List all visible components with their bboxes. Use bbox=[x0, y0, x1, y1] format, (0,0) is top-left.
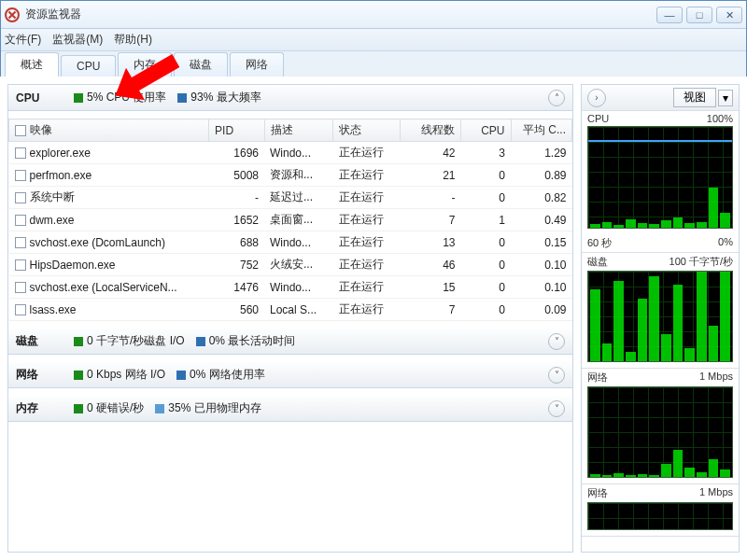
table-row[interactable]: lsass.exe560Local S...正在运行700.09 bbox=[9, 299, 572, 321]
col-cpu[interactable]: CPU bbox=[461, 119, 512, 142]
network-section-title: 网络 bbox=[16, 367, 63, 383]
square-icon bbox=[196, 337, 205, 346]
checkbox-icon[interactable] bbox=[15, 147, 26, 159]
right-column: › 视图 ▾ CPU100% 60 秒0% 磁盘100 千字节/秒 bbox=[581, 84, 740, 553]
table-row[interactable]: HipsDaemon.exe752火绒安...正在运行4600.10 bbox=[9, 254, 572, 276]
network-io-indicator: 0 Kbps 网络 I/O bbox=[74, 367, 165, 383]
graph-label: 磁盘 bbox=[587, 255, 608, 269]
graph-label: 网络 bbox=[587, 486, 608, 500]
minimize-button[interactable]: — bbox=[656, 7, 683, 23]
tab-network[interactable]: 网络 bbox=[230, 52, 284, 77]
graph-network-1: 网络1 Mbps bbox=[582, 369, 739, 484]
cpu-freq-indicator: 93% 最大频率 bbox=[177, 90, 261, 105]
view-selector[interactable]: 视图 ▾ bbox=[673, 88, 733, 107]
square-icon bbox=[74, 404, 83, 413]
tab-memory[interactable]: 内存 bbox=[118, 52, 172, 77]
col-threads[interactable]: 线程数 bbox=[400, 119, 460, 142]
graph-network-2: 网络1 Mbps bbox=[582, 484, 739, 537]
maximize-button[interactable]: □ bbox=[686, 7, 712, 23]
cpu-section-title: CPU bbox=[16, 91, 63, 105]
table-row[interactable]: svchost.exe (LocalServiceN...1476Windo..… bbox=[9, 276, 572, 299]
window-buttons: — □ ✕ bbox=[656, 7, 742, 23]
checkbox-icon[interactable] bbox=[15, 125, 26, 136]
tab-overview[interactable]: 概述 bbox=[5, 52, 59, 77]
table-row[interactable]: 系统中断-延迟过...正在运行-00.82 bbox=[9, 187, 572, 209]
cpu-section-header[interactable]: CPU 5% CPU 使用率 93% 最大频率 ˄ bbox=[8, 85, 572, 111]
col-desc[interactable]: 描述 bbox=[264, 119, 333, 142]
tab-cpu[interactable]: CPU bbox=[61, 55, 116, 77]
view-label: 视图 bbox=[673, 88, 716, 107]
square-icon bbox=[74, 93, 83, 103]
square-icon bbox=[177, 93, 187, 103]
graph-footer-left: 60 秒 bbox=[587, 236, 612, 250]
menu-help[interactable]: 帮助(H) bbox=[114, 32, 152, 48]
graphs-nav-button[interactable]: › bbox=[587, 89, 606, 107]
graph-scale: 1 Mbps bbox=[699, 486, 733, 500]
graph-canvas bbox=[587, 386, 733, 478]
graphs-container: CPU100% 60 秒0% 磁盘100 千字节/秒 网络1 Mbps bbox=[582, 111, 739, 552]
content-area: CPU 5% CPU 使用率 93% 最大频率 ˄ 映像 PID 描述 状态 线… bbox=[0, 77, 747, 560]
window-title: 资源监视器 bbox=[25, 7, 81, 22]
graph-scale: 100% bbox=[707, 113, 733, 124]
graph-footer-right: 0% bbox=[718, 236, 733, 250]
network-usage-indicator: 0% 网络使用率 bbox=[176, 367, 265, 383]
graphs-toolbar: › 视图 ▾ bbox=[582, 85, 739, 111]
graph-scale: 100 千字节/秒 bbox=[669, 255, 733, 269]
checkbox-icon[interactable] bbox=[15, 282, 26, 293]
checkbox-icon[interactable] bbox=[15, 215, 26, 226]
tab-bar: 概述 CPU 内存 磁盘 网络 bbox=[1, 51, 746, 77]
table-row[interactable]: perfmon.exe5008资源和...正在运行2100.89 bbox=[9, 164, 572, 187]
square-icon bbox=[176, 371, 186, 380]
graph-canvas bbox=[587, 126, 733, 229]
cpu-process-table: 映像 PID 描述 状态 线程数 CPU 平均 C... explorer.ex… bbox=[8, 119, 572, 321]
expand-icon[interactable]: ˅ bbox=[548, 400, 565, 417]
menu-monitor[interactable]: 监视器(M) bbox=[52, 32, 103, 48]
graph-canvas bbox=[587, 502, 733, 530]
tab-disk[interactable]: 磁盘 bbox=[174, 52, 228, 77]
cpu-table-wrap: 映像 PID 描述 状态 线程数 CPU 平均 C... explorer.ex… bbox=[8, 119, 572, 321]
expand-icon[interactable]: ˅ bbox=[548, 333, 565, 350]
checkbox-icon[interactable] bbox=[15, 192, 26, 203]
menu-bar: 文件(F) 监视器(M) 帮助(H) bbox=[1, 29, 746, 51]
expand-icon[interactable]: ˅ bbox=[548, 367, 565, 384]
menu-file[interactable]: 文件(F) bbox=[5, 32, 41, 48]
checkbox-icon[interactable] bbox=[15, 304, 26, 315]
memory-section-title: 内存 bbox=[16, 400, 63, 416]
table-row[interactable]: dwm.exe1652桌面窗...正在运行710.49 bbox=[9, 209, 572, 231]
dropdown-icon[interactable]: ▾ bbox=[718, 90, 733, 106]
memory-hardfault-indicator: 0 硬错误/秒 bbox=[74, 400, 144, 416]
col-image[interactable]: 映像 bbox=[9, 119, 209, 142]
disk-io-indicator: 0 千字节/秒磁盘 I/O bbox=[74, 333, 185, 349]
graph-scale: 1 Mbps bbox=[699, 371, 733, 385]
window-titlebar: 资源监视器 — □ ✕ bbox=[1, 1, 746, 29]
memory-physical-indicator: 35% 已用物理内存 bbox=[155, 400, 261, 416]
memory-section-header[interactable]: 内存 0 硬错误/秒 35% 已用物理内存 ˅ bbox=[8, 396, 572, 422]
graph-canvas bbox=[587, 271, 733, 362]
table-row[interactable]: explorer.exe1696Windo...正在运行4231.29 bbox=[9, 142, 572, 164]
disk-activity-indicator: 0% 最长活动时间 bbox=[196, 333, 296, 349]
graph-disk: 磁盘100 千字节/秒 bbox=[582, 253, 739, 369]
square-icon bbox=[155, 404, 164, 413]
checkbox-icon[interactable] bbox=[15, 170, 26, 181]
table-row[interactable]: svchost.exe (DcomLaunch)688Windo...正在运行1… bbox=[9, 231, 572, 254]
checkbox-icon[interactable] bbox=[15, 237, 26, 248]
left-column: CPU 5% CPU 使用率 93% 最大频率 ˄ 映像 PID 描述 状态 线… bbox=[7, 84, 573, 553]
close-button[interactable]: ✕ bbox=[716, 7, 742, 23]
col-avg[interactable]: 平均 C... bbox=[511, 119, 571, 142]
graph-label: 网络 bbox=[587, 371, 608, 385]
collapse-icon[interactable]: ˄ bbox=[548, 90, 565, 106]
disk-section-header[interactable]: 磁盘 0 千字节/秒磁盘 I/O 0% 最长活动时间 ˅ bbox=[8, 329, 572, 355]
col-status[interactable]: 状态 bbox=[333, 119, 400, 142]
col-pid[interactable]: PID bbox=[209, 119, 264, 142]
network-section-header[interactable]: 网络 0 Kbps 网络 I/O 0% 网络使用率 ˅ bbox=[8, 362, 572, 388]
graph-label: CPU bbox=[587, 113, 609, 124]
square-icon bbox=[74, 337, 83, 346]
disk-section-title: 磁盘 bbox=[16, 333, 63, 349]
graph-cpu: CPU100% 60 秒0% bbox=[582, 111, 739, 253]
app-icon bbox=[5, 7, 20, 22]
checkbox-icon[interactable] bbox=[15, 259, 26, 271]
square-icon bbox=[74, 371, 83, 380]
cpu-usage-indicator: 5% CPU 使用率 bbox=[74, 90, 166, 105]
